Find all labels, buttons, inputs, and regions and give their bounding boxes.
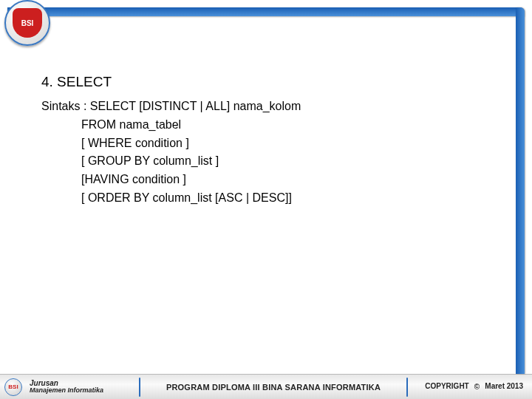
slide-top-border	[7, 7, 525, 16]
footer-separator-right	[406, 378, 408, 397]
syntax-line-2: [ WHERE condition ]	[41, 134, 488, 153]
copyright-icon: ©	[473, 383, 482, 392]
slide-content: 4. SELECT Sintaks : SELECT [DISTINCT | A…	[41, 74, 488, 208]
syntax-line-5: [ ORDER BY column_list [ASC | DESC]]	[41, 189, 488, 208]
footer-dept-line2: Manajemen Informatika	[30, 387, 133, 395]
syntax-block: Sintaks : SELECT [DISTINCT | ALL] nama_k…	[41, 98, 488, 208]
footer-separator-left	[139, 378, 140, 397]
slide-footer: BSI Jurusan Manajemen Informatika PROGRA…	[0, 374, 532, 399]
footer-program-title: PROGRAM DIPLOMA III BINA SARANA INFORMAT…	[146, 383, 400, 392]
footer-copyright: COPYRIGHT © Maret 2013	[414, 382, 532, 391]
slide-right-border	[516, 7, 525, 374]
slide-heading: 4. SELECT	[41, 74, 488, 90]
copyright-date: Maret 2013	[485, 382, 523, 390]
logo-shield-icon: BSI	[13, 8, 42, 38]
footer-logo-text: BSI	[8, 383, 18, 390]
footer-department: Jurusan Manajemen Informatika	[22, 379, 133, 395]
syntax-line-1: FROM nama_tabel	[41, 116, 488, 134]
footer-logo-icon: BSI	[4, 378, 22, 396]
institution-logo: BSI	[4, 0, 50, 46]
copyright-word: COPYRIGHT	[425, 382, 468, 390]
syntax-line-4: [HAVING condition ]	[41, 171, 488, 189]
syntax-line-3: [ GROUP BY column_list ]	[41, 152, 488, 171]
logo-text: BSI	[21, 19, 34, 27]
syntax-label: Sintaks :	[41, 100, 90, 112]
syntax-line-0: SELECT [DISTINCT | ALL] nama_kolom	[90, 100, 301, 112]
